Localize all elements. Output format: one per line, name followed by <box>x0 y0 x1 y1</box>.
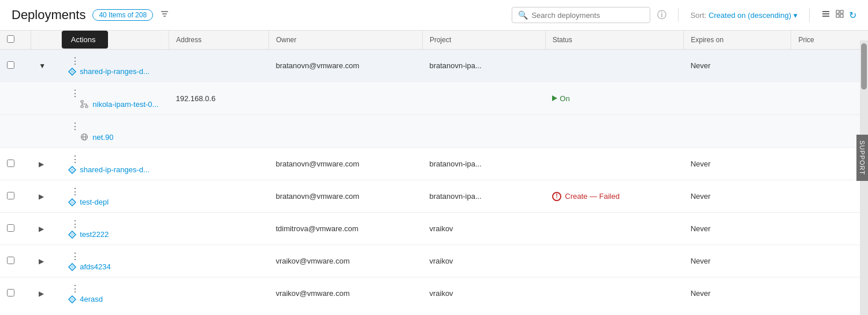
expand-btn[interactable]: ▶ <box>38 288 45 299</box>
row-checkbox[interactable] <box>7 61 14 69</box>
child-address <box>169 115 269 148</box>
row-expand-cell: ▶ <box>31 213 61 245</box>
row-expires: Never <box>684 213 791 245</box>
items-badge: 40 Items of 208 <box>92 9 153 21</box>
row-actions-cell: ⋮ 4erasd <box>61 277 169 306</box>
svg-rect-13 <box>81 106 83 108</box>
list-view-icon[interactable] <box>821 9 830 21</box>
sort-dropdown[interactable]: Created on (descending) ▾ <box>709 11 798 20</box>
th-expand <box>31 31 61 50</box>
child-expires <box>684 115 791 148</box>
deployment-name-link[interactable]: afds4234 <box>68 262 162 271</box>
search-input[interactable] <box>531 11 644 20</box>
scrollbar-thumb[interactable] <box>861 43 867 90</box>
row-actions-cell: ⋮ shared-ip-ranges-d... <box>61 50 169 82</box>
deployment-name-link[interactable]: 4erasd <box>68 295 162 303</box>
deployment-name-link[interactable]: test2222 <box>68 230 162 239</box>
row-expand-cell: ▶ <box>31 180 61 213</box>
row-expand-cell: ▶ <box>31 245 61 277</box>
deployment-icon <box>68 295 76 303</box>
child-kebab-btn[interactable]: ⋮ <box>68 121 83 132</box>
deployment-icon <box>68 263 76 271</box>
kebab-menu-btn[interactable]: ⋮ <box>68 283 83 295</box>
deployment-name-link[interactable]: shared-ip-ranges-d... <box>68 165 162 174</box>
row-address <box>169 245 269 277</box>
row-checkbox[interactable] <box>7 160 14 167</box>
expand-btn[interactable]: ▶ <box>38 224 45 234</box>
info-icon[interactable]: ⓘ <box>657 9 666 21</box>
row-checkbox[interactable] <box>7 224 14 232</box>
grid-view-icon[interactable] <box>835 9 844 21</box>
th-checkbox <box>0 31 31 50</box>
row-owner: vraikov@vmware.com <box>269 277 422 306</box>
child-kebab-btn[interactable]: ⋮ <box>68 88 83 99</box>
child-project <box>422 115 545 148</box>
status-on: On <box>552 94 676 103</box>
kebab-menu-btn[interactable]: ⋮ <box>68 186 83 198</box>
row-checkbox-cell <box>0 245 31 277</box>
row-address <box>169 50 269 82</box>
svg-marker-29 <box>70 265 74 269</box>
row-price <box>791 213 868 245</box>
row-checkbox[interactable] <box>7 192 14 199</box>
svg-marker-23 <box>70 168 74 172</box>
select-all-checkbox[interactable] <box>7 35 14 43</box>
expand-btn[interactable]: ▶ <box>38 159 45 169</box>
svg-marker-27 <box>70 232 74 236</box>
chevron-down-icon: ▾ <box>794 11 798 20</box>
svg-marker-31 <box>70 297 74 301</box>
refresh-icon[interactable]: ↻ <box>849 10 856 21</box>
row-checkbox-cell <box>0 148 31 180</box>
actions-tooltip: Actions <box>62 31 108 49</box>
row-checkbox-cell <box>0 180 31 213</box>
collapse-btn[interactable]: ▼ <box>38 61 47 71</box>
deployment-icon <box>68 68 76 76</box>
deployment-name-link[interactable]: test-depl <box>68 198 162 206</box>
child-expires <box>684 82 791 115</box>
row-expand-cell: ▶ <box>31 277 61 306</box>
th-project: Project <box>422 31 545 50</box>
row-status <box>545 277 683 306</box>
kebab-menu-btn[interactable]: ⋮ <box>68 218 83 230</box>
table-row: ▶ ⋮ test-depl bratanovn@vmware.com brata… <box>0 180 868 213</box>
th-status: Status <box>545 31 683 50</box>
deployment-name-link[interactable]: shared-ip-ranges-d... <box>68 67 162 76</box>
child-actions-cell: ⋮ net.90 <box>61 115 169 148</box>
svg-marker-25 <box>70 200 74 204</box>
status-failed: !Create — Failed <box>552 192 676 201</box>
view-icons: ↻ <box>821 9 856 21</box>
kebab-menu-btn[interactable]: ⋮ <box>68 55 83 67</box>
row-project: vraikov <box>422 213 545 245</box>
svg-rect-9 <box>840 14 843 17</box>
row-price <box>791 180 868 213</box>
kebab-menu-btn[interactable]: ⋮ <box>68 154 83 165</box>
svg-rect-12 <box>81 101 83 102</box>
expand-btn[interactable]: ▶ <box>38 256 45 266</box>
kebab-menu-btn[interactable]: ⋮ <box>68 251 83 262</box>
child-name-link[interactable]: nikola-ipam-test-0... <box>68 99 162 109</box>
row-checkbox[interactable] <box>7 289 14 297</box>
row-actions-cell: ⋮ afds4234 <box>61 245 169 277</box>
child-name-link[interactable]: net.90 <box>68 132 162 142</box>
row-project: vraikov <box>422 245 545 277</box>
deployment-icon <box>68 166 76 174</box>
row-expires: Never <box>684 245 791 277</box>
deployment-icon <box>68 231 76 239</box>
row-project: bratanovn-ipa... <box>422 50 545 82</box>
row-status <box>545 50 683 82</box>
table-row: ⋮ net.90 <box>0 115 868 148</box>
row-address <box>169 148 269 180</box>
table-header-row: Actions Address Owner Project Status Exp… <box>0 31 868 50</box>
row-checkbox[interactable] <box>7 257 14 264</box>
filter-icon[interactable] <box>160 9 169 21</box>
expand-btn[interactable]: ▶ <box>38 191 45 202</box>
row-price <box>791 277 868 306</box>
row-actions-cell: ⋮ shared-ip-ranges-d... <box>61 148 169 180</box>
child-address: 192.168.0.6 <box>169 82 269 115</box>
child-checkbox-cell <box>0 115 31 148</box>
row-owner: tdimitrova@vmware.com <box>269 213 422 245</box>
support-tab[interactable]: SUPPORT <box>856 135 868 181</box>
table-row: ▶ ⋮ afds4234 vraikov@vmware.com vraikov … <box>0 245 868 277</box>
row-status <box>545 245 683 277</box>
deployment-icon <box>68 198 76 206</box>
